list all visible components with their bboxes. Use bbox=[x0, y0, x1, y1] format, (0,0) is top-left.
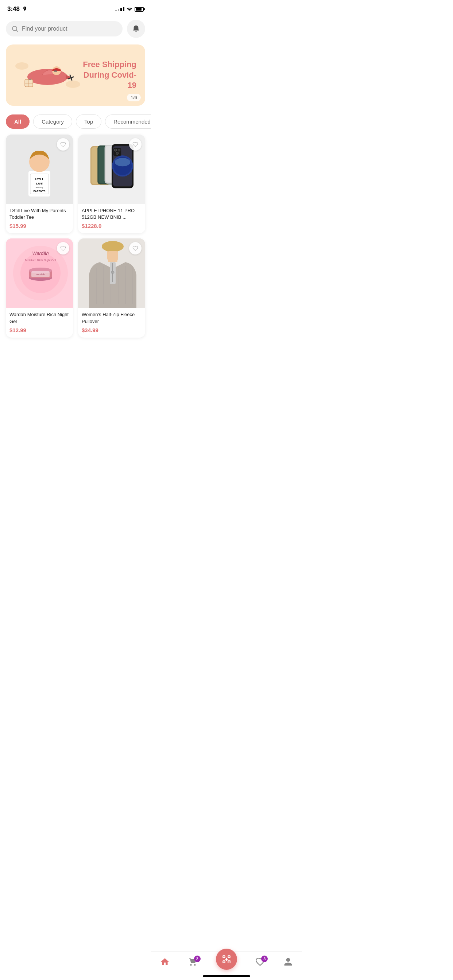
status-icons bbox=[115, 7, 144, 12]
svg-text:with my: with my bbox=[35, 186, 43, 188]
notification-button[interactable] bbox=[127, 20, 145, 38]
product-price-wardah: $12.99 bbox=[10, 327, 69, 333]
product-card-jacket[interactable]: Women's Half-Zip Fleece Pullover $34.99 bbox=[78, 239, 145, 337]
search-icon bbox=[12, 25, 18, 32]
product-info-wardah: Wardah Moisture Rich Night Gel $12.99 bbox=[6, 308, 73, 337]
product-name-wardah: Wardah Moisture Rich Night Gel bbox=[10, 311, 69, 325]
filter-tabs: All Category Top Recommended bbox=[0, 109, 151, 132]
battery-icon bbox=[135, 7, 144, 12]
search-input[interactable] bbox=[22, 25, 117, 32]
svg-point-36 bbox=[116, 152, 118, 154]
status-time: 3:48 bbox=[7, 5, 20, 13]
svg-point-34 bbox=[114, 149, 117, 151]
product-price-jacket: $34.99 bbox=[82, 327, 142, 333]
svg-text:Wardāh: Wardāh bbox=[32, 250, 48, 256]
svg-point-2 bbox=[65, 81, 80, 88]
svg-text:LIVE: LIVE bbox=[36, 182, 43, 185]
tab-category[interactable]: Category bbox=[33, 115, 72, 129]
signal-icon bbox=[115, 7, 124, 11]
product-card-toddler-tee[interactable]: I STILL LIVE with my PARENTS I Still Liv… bbox=[6, 135, 73, 233]
svg-text:PARENTS: PARENTS bbox=[33, 190, 46, 192]
banner-illustration bbox=[14, 53, 80, 97]
product-info-toddler-tee: I Still Live With My Parents Toddler Tee… bbox=[6, 204, 73, 233]
svg-point-0 bbox=[13, 26, 17, 30]
svg-point-1 bbox=[15, 62, 29, 70]
banner-title: Free Shipping During Covid-19 bbox=[80, 59, 136, 91]
banner-counter: 1/6 bbox=[127, 94, 141, 101]
product-price-iphone: $1228.0 bbox=[82, 223, 142, 229]
svg-rect-53 bbox=[108, 251, 118, 262]
search-bar[interactable] bbox=[6, 21, 123, 37]
wishlist-button-iphone[interactable] bbox=[129, 138, 142, 151]
wishlist-button-toddler-tee[interactable] bbox=[57, 138, 69, 151]
product-image-toddler-tee: I STILL LIVE with my PARENTS bbox=[6, 135, 73, 204]
svg-text:Moisture Rich Night Gel: Moisture Rich Night Gel bbox=[25, 258, 56, 262]
svg-point-35 bbox=[118, 149, 120, 151]
banner-text: Free Shipping During Covid-19 bbox=[80, 59, 136, 91]
product-info-jacket: Women's Half-Zip Fleece Pullover $34.99 bbox=[78, 308, 145, 337]
product-name-jacket: Women's Half-Zip Fleece Pullover bbox=[82, 311, 142, 325]
product-card-wardah[interactable]: Wardāh Moisture Rich Night Gel wardah Wa… bbox=[6, 239, 73, 337]
svg-rect-51 bbox=[111, 271, 114, 274]
product-info-iphone: APPLE IPHONE 11 PRO 512GB NEW BNIB ... $… bbox=[78, 204, 145, 233]
bell-icon bbox=[132, 25, 140, 33]
product-image-jacket bbox=[78, 239, 145, 308]
product-price-toddler-tee: $15.99 bbox=[10, 223, 69, 229]
product-grid: I STILL LIVE with my PARENTS I Still Liv… bbox=[0, 132, 151, 340]
tab-recommended[interactable]: Recommended bbox=[105, 115, 151, 129]
svg-point-52 bbox=[102, 241, 124, 252]
wifi-icon bbox=[126, 7, 132, 11]
svg-text:wardah: wardah bbox=[36, 273, 45, 275]
svg-text:I STILL: I STILL bbox=[35, 178, 44, 180]
product-name-toddler-tee: I Still Live With My Parents Toddler Tee bbox=[10, 207, 69, 221]
location-icon bbox=[22, 6, 27, 12]
tab-top[interactable]: Top bbox=[76, 115, 101, 129]
product-card-iphone[interactable]: APPLE IPHONE 11 PRO 512GB NEW BNIB ... $… bbox=[78, 135, 145, 233]
promo-banner[interactable]: Free Shipping During Covid-19 1/6 bbox=[6, 45, 145, 106]
product-name-iphone: APPLE IPHONE 11 PRO 512GB NEW BNIB ... bbox=[82, 207, 142, 221]
svg-rect-8 bbox=[54, 70, 57, 72]
product-image-wardah: Wardāh Moisture Rich Night Gel wardah bbox=[6, 239, 73, 308]
svg-point-32 bbox=[115, 158, 131, 166]
status-bar: 3:48 bbox=[0, 0, 151, 16]
product-image-iphone bbox=[78, 135, 145, 204]
search-area bbox=[0, 16, 151, 41]
tab-all[interactable]: All bbox=[6, 115, 30, 129]
